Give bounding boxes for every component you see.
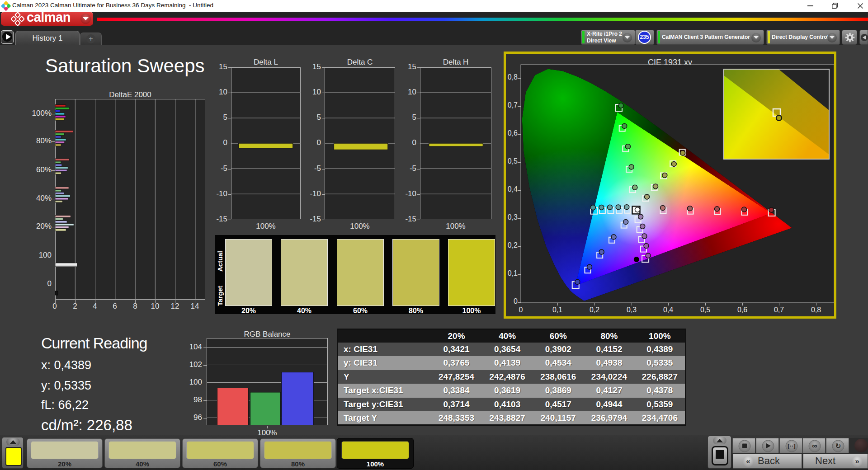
svg-text:↻: ↻ xyxy=(835,442,841,450)
svg-text:[··]: [··] xyxy=(788,442,795,449)
svg-text:∞: ∞ xyxy=(812,442,817,450)
